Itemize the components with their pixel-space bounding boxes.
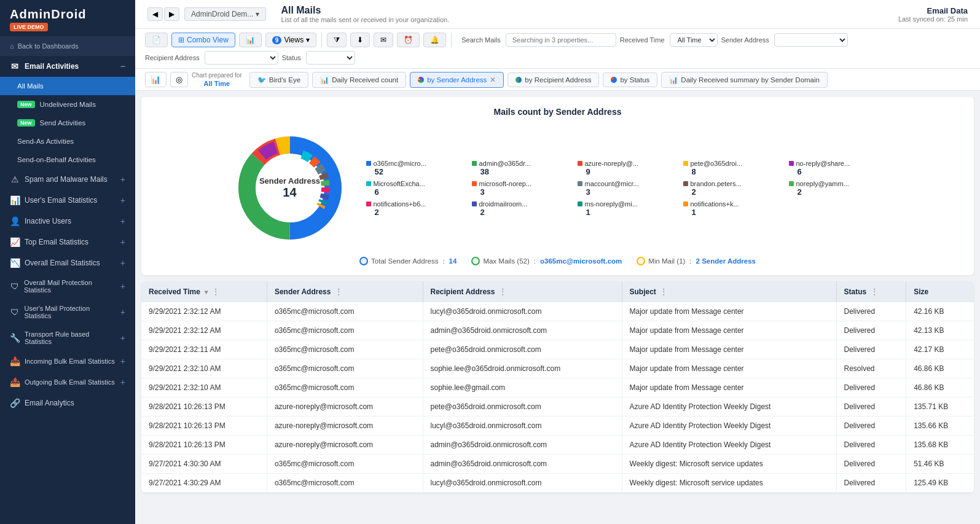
- tab-by-sender[interactable]: by Sender Address ✕: [410, 72, 504, 88]
- tab-daily-received[interactable]: 📊 Daily Received count: [312, 72, 406, 88]
- search-input[interactable]: [506, 33, 616, 47]
- sidebar-item-overall-mail-protection[interactable]: 🛡 Overall Mail Protection Statistics +: [0, 273, 135, 299]
- nav-back-btn[interactable]: ◀: [147, 7, 163, 21]
- legend-item: notifications+b6... 2: [366, 200, 465, 217]
- legend-text: brandon.peters...: [691, 180, 742, 187]
- tab-birds-eye[interactable]: 🐦 Bird's Eye: [249, 72, 308, 88]
- sender-select[interactable]: [774, 33, 848, 47]
- legend-label: droidmailroom...: [472, 200, 570, 208]
- mail-protection-plus: +: [120, 281, 125, 291]
- legend-label: o365mc@micro...: [366, 160, 465, 167]
- legend-item: pete@o365droi... 8: [683, 160, 782, 176]
- legend-label: ms-noreply@mi...: [578, 200, 676, 208]
- logo-area: AdminDroid LIVE DEMO: [0, 0, 135, 36]
- min-mail-icon: [637, 257, 645, 265]
- cell-received-time: 9/28/2021 10:26:13 PM: [141, 397, 267, 416]
- views-btn[interactable]: 9 Views ▾: [265, 33, 316, 47]
- cell-subject: Azure AD Identity Protection Weekly Dige…: [622, 397, 836, 416]
- sidebar-item-top-email-stats[interactable]: 📈 Top Email Statistics +: [0, 232, 135, 252]
- sidebar-item-overall-email[interactable]: 📉 Overall Email Statistics +: [0, 252, 135, 273]
- birds-eye-icon: 🐦: [257, 76, 266, 84]
- total-sender-stat: Total Sender Address : 14: [359, 257, 457, 265]
- undelivered-mails-label: Undelivered Mails: [40, 101, 96, 108]
- resize-status[interactable]: ⋮: [869, 287, 880, 296]
- total-sender-value: 14: [449, 257, 457, 265]
- sidebar-item-send-as[interactable]: Send-As Activities: [0, 132, 135, 151]
- daily-received-icon: 📊: [320, 76, 329, 84]
- legend-count: 8: [683, 167, 782, 176]
- new-badge-send: New: [17, 119, 35, 127]
- sidebar-item-users-mail-protection[interactable]: 🛡 User's Mail Protection Statistics +: [0, 299, 135, 325]
- sidebar-item-undelivered-mails[interactable]: New Undelivered Mails: [0, 95, 135, 114]
- sender-label: Sender Address: [721, 36, 769, 44]
- filter-btn[interactable]: ⧩: [327, 33, 347, 47]
- inactive-icon: 👤: [10, 216, 20, 226]
- chart-tabs-bar: 📊 ◎ Chart prepared for All Time 🐦 Bird's…: [135, 69, 980, 91]
- tab-by-recipient[interactable]: by Recipient Address: [508, 72, 599, 87]
- chart-area: Sender Address 14 o365mc@micro... 52 adm…: [151, 127, 964, 249]
- mail-protection-icon: 🛡: [10, 281, 19, 291]
- mail-btn[interactable]: ✉: [374, 33, 393, 47]
- breadcrumb[interactable]: AdminDroid Dem... ▾: [184, 7, 266, 21]
- table-row: 9/29/2021 2:32:10 AM o365mc@microsoft.co…: [141, 378, 974, 397]
- sidebar-item-incoming-bulk[interactable]: 📥 Incoming Bulk Email Statistics +: [0, 351, 135, 372]
- breadcrumb-text: AdminDroid Dem...: [191, 10, 253, 18]
- report-icon-btn[interactable]: 📄: [145, 33, 168, 47]
- sidebar-item-send-activities[interactable]: New Send Activities: [0, 114, 135, 132]
- nav-fwd-btn[interactable]: ▶: [164, 7, 179, 21]
- cell-subject: Major update from Message center: [622, 359, 836, 378]
- sidebar-item-send-on-behalf[interactable]: Send-on-Behalf Activities: [0, 151, 135, 169]
- sidebar-item-transport-rule[interactable]: 🔧 Transport Rule based Statistics +: [0, 325, 135, 351]
- cell-recipient: sophie.lee@gmail.com: [423, 378, 622, 397]
- pie-chart-btn[interactable]: ◎: [170, 72, 188, 87]
- spam-icon: ⚠: [10, 174, 20, 184]
- col-size: Size: [906, 281, 974, 302]
- cell-subject: Major update from Message center: [622, 302, 836, 321]
- search-label: Search Mails: [461, 36, 501, 44]
- email-data-info: Email Data Last synced on: 25 min: [898, 6, 968, 23]
- back-to-dashboards[interactable]: ⌂ Back to Dashboards: [0, 36, 135, 56]
- sidebar-item-outgoing-bulk[interactable]: 📤 Outgoing Bulk Email Statistics +: [0, 372, 135, 393]
- legend-label: admin@o365dr...: [472, 160, 570, 167]
- send-on-behalf-label: Send-on-Behalf Activities: [17, 156, 96, 163]
- legend-label: notifications+b6...: [366, 200, 465, 208]
- resize-received[interactable]: ⋮: [210, 287, 221, 296]
- max-mails-value: o365mc@microsoft.com: [540, 257, 622, 265]
- resize-subject[interactable]: ⋮: [658, 287, 669, 296]
- legend-item: o365mc@micro... 52: [366, 160, 465, 176]
- back-label: Back to Dashboards: [18, 42, 79, 50]
- cell-size: 42.16 KB: [906, 302, 974, 321]
- chart-btn[interactable]: 📊: [239, 33, 262, 47]
- combo-view-btn[interactable]: ⊞ Combo View: [171, 33, 235, 47]
- schedule-btn[interactable]: ⏰: [397, 33, 420, 47]
- sidebar-item-email-activities[interactable]: ✉ Email Activities −: [0, 56, 135, 77]
- legend-dot: [683, 181, 688, 186]
- email-activities-icon: ✉: [10, 61, 20, 71]
- status-select[interactable]: [306, 51, 355, 65]
- incoming-bulk-label: Incoming Bulk Email Statistics: [25, 358, 115, 365]
- export-btn[interactable]: ⬇: [350, 33, 370, 47]
- sidebar-item-email-analytics[interactable]: 🔗 Email Analytics: [0, 393, 135, 413]
- spam-plus-icon: +: [120, 174, 125, 184]
- analytics-icon: 🔗: [10, 398, 20, 408]
- sidebar-item-all-mails[interactable]: All Mails: [0, 77, 135, 95]
- received-time-select[interactable]: All Time: [670, 33, 718, 47]
- legend-count: 1: [578, 208, 676, 217]
- sidebar-item-spam-malware[interactable]: ⚠ Spam and Malware Mails +: [0, 169, 135, 190]
- sidebar-item-user-email-stats[interactable]: 📊 User's Email Statistics +: [0, 190, 135, 211]
- bar-chart-btn[interactable]: 📊: [145, 72, 167, 87]
- cell-recipient: pete@o365droid.onmicrosoft.com: [423, 397, 622, 416]
- recipient-select[interactable]: [205, 51, 278, 65]
- cell-sender: o365mc@microsoft.com: [267, 455, 423, 474]
- transport-plus: +: [120, 333, 125, 343]
- legend-count: 38: [472, 167, 570, 176]
- resize-sender[interactable]: ⋮: [333, 287, 344, 296]
- sidebar-item-inactive-users[interactable]: 👤 Inactive Users +: [0, 211, 135, 232]
- by-sender-close[interactable]: ✕: [490, 76, 496, 84]
- resize-recipient[interactable]: ⋮: [497, 287, 508, 296]
- tab-daily-summary[interactable]: 📊 Daily Received summary by Sender Domai…: [661, 72, 828, 88]
- legend-dot: [683, 201, 688, 206]
- alert-btn[interactable]: 🔔: [423, 33, 446, 47]
- tab-by-status[interactable]: by Status: [603, 72, 657, 87]
- cell-recipient: admin@o365droid.onmicrosoft.com: [423, 436, 622, 455]
